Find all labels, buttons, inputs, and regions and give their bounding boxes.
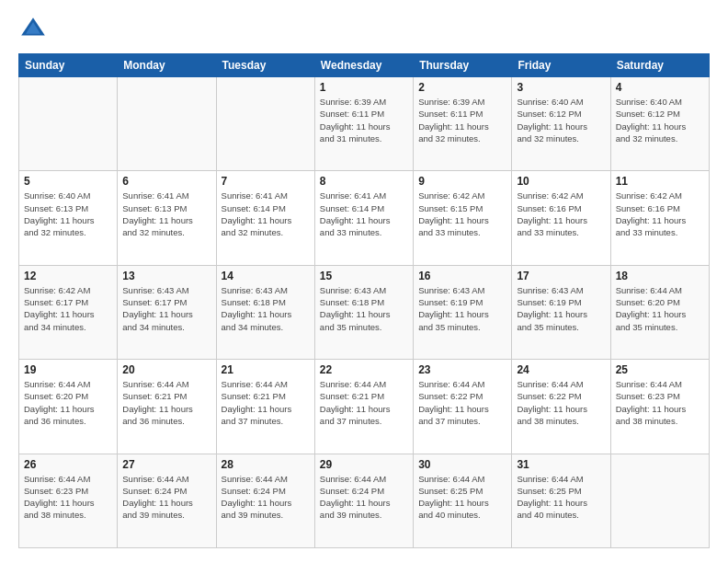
week-row-1: 5Sunrise: 6:40 AM Sunset: 6:13 PM Daylig… (19, 171, 710, 265)
day-number: 8 (320, 175, 408, 188)
calendar-cell: 4Sunrise: 6:40 AM Sunset: 6:12 PM Daylig… (610, 77, 709, 171)
weekday-header-friday: Friday (512, 54, 610, 77)
day-number: 19 (24, 363, 112, 376)
calendar-cell: 17Sunrise: 6:43 AM Sunset: 6:19 PM Dayli… (512, 265, 610, 359)
calendar-cell: 18Sunrise: 6:44 AM Sunset: 6:20 PM Dayli… (610, 265, 709, 359)
day-info: Sunrise: 6:41 AM Sunset: 6:13 PM Dayligh… (122, 190, 210, 238)
day-number: 20 (122, 363, 210, 376)
day-number: 9 (418, 175, 506, 188)
day-number: 7 (222, 175, 310, 188)
day-number: 27 (122, 458, 210, 471)
day-info: Sunrise: 6:44 AM Sunset: 6:24 PM Dayligh… (122, 473, 210, 522)
day-number: 31 (517, 458, 605, 471)
page: SundayMondayTuesdayWednesdayThursdayFrid… (0, 0, 728, 563)
day-info: Sunrise: 6:44 AM Sunset: 6:21 PM Dayligh… (320, 378, 408, 427)
day-number: 26 (24, 458, 112, 471)
day-info: Sunrise: 6:39 AM Sunset: 6:11 PM Dayligh… (320, 96, 408, 144)
calendar-cell: 3Sunrise: 6:40 AM Sunset: 6:12 PM Daylig… (512, 77, 610, 171)
calendar-cell: 28Sunrise: 6:44 AM Sunset: 6:24 PM Dayli… (216, 454, 314, 547)
day-info: Sunrise: 6:44 AM Sunset: 6:23 PM Dayligh… (616, 378, 704, 427)
day-info: Sunrise: 6:39 AM Sunset: 6:11 PM Dayligh… (418, 96, 506, 144)
day-info: Sunrise: 6:40 AM Sunset: 6:12 PM Dayligh… (517, 96, 605, 144)
calendar-cell: 1Sunrise: 6:39 AM Sunset: 6:11 PM Daylig… (314, 77, 413, 171)
calendar-cell: 29Sunrise: 6:44 AM Sunset: 6:24 PM Dayli… (314, 454, 413, 547)
day-number: 30 (418, 458, 506, 471)
day-info: Sunrise: 6:44 AM Sunset: 6:24 PM Dayligh… (320, 473, 408, 522)
weekday-header-tuesday: Tuesday (216, 54, 314, 77)
calendar-cell: 6Sunrise: 6:41 AM Sunset: 6:13 PM Daylig… (118, 171, 216, 265)
day-info: Sunrise: 6:43 AM Sunset: 6:19 PM Dayligh… (517, 284, 605, 333)
day-number: 28 (222, 458, 310, 471)
logo (18, 15, 51, 44)
calendar-cell: 13Sunrise: 6:43 AM Sunset: 6:17 PM Dayli… (118, 265, 216, 359)
weekday-header-sunday: Sunday (19, 54, 118, 77)
calendar-table: SundayMondayTuesdayWednesdayThursdayFrid… (18, 53, 710, 548)
day-info: Sunrise: 6:40 AM Sunset: 6:12 PM Dayligh… (616, 96, 704, 144)
day-info: Sunrise: 6:43 AM Sunset: 6:18 PM Dayligh… (222, 284, 310, 333)
day-info: Sunrise: 6:42 AM Sunset: 6:16 PM Dayligh… (616, 190, 704, 238)
day-number: 15 (320, 270, 408, 282)
calendar-cell: 5Sunrise: 6:40 AM Sunset: 6:13 PM Daylig… (19, 171, 118, 265)
day-number: 13 (122, 270, 210, 282)
calendar-cell: 27Sunrise: 6:44 AM Sunset: 6:24 PM Dayli… (118, 454, 216, 547)
day-info: Sunrise: 6:42 AM Sunset: 6:17 PM Dayligh… (24, 284, 112, 333)
day-info: Sunrise: 6:44 AM Sunset: 6:20 PM Dayligh… (616, 284, 704, 333)
calendar-cell: 30Sunrise: 6:44 AM Sunset: 6:25 PM Dayli… (414, 454, 512, 547)
day-info: Sunrise: 6:44 AM Sunset: 6:23 PM Dayligh… (24, 473, 112, 522)
calendar-cell: 16Sunrise: 6:43 AM Sunset: 6:19 PM Dayli… (414, 265, 512, 359)
day-number: 25 (616, 363, 704, 376)
day-info: Sunrise: 6:44 AM Sunset: 6:21 PM Dayligh… (222, 378, 310, 427)
day-number: 24 (517, 363, 605, 376)
calendar-cell: 25Sunrise: 6:44 AM Sunset: 6:23 PM Dayli… (610, 360, 709, 454)
day-number: 1 (320, 81, 408, 94)
weekday-header-wednesday: Wednesday (314, 54, 413, 77)
calendar-cell: 2Sunrise: 6:39 AM Sunset: 6:11 PM Daylig… (414, 77, 512, 171)
calendar-cell: 23Sunrise: 6:44 AM Sunset: 6:22 PM Dayli… (414, 360, 512, 454)
calendar-cell: 24Sunrise: 6:44 AM Sunset: 6:22 PM Dayli… (512, 360, 610, 454)
day-number: 11 (616, 175, 704, 188)
day-number: 10 (517, 175, 605, 188)
calendar-cell: 7Sunrise: 6:41 AM Sunset: 6:14 PM Daylig… (216, 171, 314, 265)
day-info: Sunrise: 6:41 AM Sunset: 6:14 PM Dayligh… (222, 190, 310, 238)
calendar-cell: 26Sunrise: 6:44 AM Sunset: 6:23 PM Dayli… (19, 454, 118, 547)
day-info: Sunrise: 6:44 AM Sunset: 6:22 PM Dayligh… (418, 378, 506, 427)
day-number: 16 (418, 270, 506, 282)
day-info: Sunrise: 6:43 AM Sunset: 6:17 PM Dayligh… (122, 284, 210, 333)
day-number: 14 (222, 270, 310, 282)
calendar-cell: 9Sunrise: 6:42 AM Sunset: 6:15 PM Daylig… (414, 171, 512, 265)
day-number: 22 (320, 363, 408, 376)
calendar-cell: 8Sunrise: 6:41 AM Sunset: 6:14 PM Daylig… (314, 171, 413, 265)
day-info: Sunrise: 6:44 AM Sunset: 6:21 PM Dayligh… (122, 378, 210, 427)
calendar-cell: 20Sunrise: 6:44 AM Sunset: 6:21 PM Dayli… (118, 360, 216, 454)
calendar-cell (19, 77, 118, 171)
week-row-2: 12Sunrise: 6:42 AM Sunset: 6:17 PM Dayli… (19, 265, 710, 359)
day-number: 21 (222, 363, 310, 376)
day-info: Sunrise: 6:44 AM Sunset: 6:25 PM Dayligh… (517, 473, 605, 522)
day-number: 12 (24, 270, 112, 282)
calendar-cell: 10Sunrise: 6:42 AM Sunset: 6:16 PM Dayli… (512, 171, 610, 265)
day-number: 6 (122, 175, 210, 188)
day-info: Sunrise: 6:41 AM Sunset: 6:14 PM Dayligh… (320, 190, 408, 238)
day-info: Sunrise: 6:42 AM Sunset: 6:16 PM Dayligh… (517, 190, 605, 238)
calendar-cell: 22Sunrise: 6:44 AM Sunset: 6:21 PM Dayli… (314, 360, 413, 454)
day-info: Sunrise: 6:44 AM Sunset: 6:25 PM Dayligh… (418, 473, 506, 522)
day-number: 3 (517, 81, 605, 94)
calendar-cell: 19Sunrise: 6:44 AM Sunset: 6:20 PM Dayli… (19, 360, 118, 454)
day-number: 23 (418, 363, 506, 376)
day-info: Sunrise: 6:44 AM Sunset: 6:24 PM Dayligh… (222, 473, 310, 522)
calendar-cell: 11Sunrise: 6:42 AM Sunset: 6:16 PM Dayli… (610, 171, 709, 265)
day-info: Sunrise: 6:43 AM Sunset: 6:19 PM Dayligh… (418, 284, 506, 333)
weekday-header-monday: Monday (118, 54, 216, 77)
day-info: Sunrise: 6:40 AM Sunset: 6:13 PM Dayligh… (24, 190, 112, 238)
calendar-cell (216, 77, 314, 171)
calendar-cell: 15Sunrise: 6:43 AM Sunset: 6:18 PM Dayli… (314, 265, 413, 359)
day-info: Sunrise: 6:44 AM Sunset: 6:22 PM Dayligh… (517, 378, 605, 427)
day-info: Sunrise: 6:43 AM Sunset: 6:18 PM Dayligh… (320, 284, 408, 333)
calendar-cell (610, 454, 709, 547)
day-info: Sunrise: 6:44 AM Sunset: 6:20 PM Dayligh… (24, 378, 112, 427)
day-number: 4 (616, 81, 704, 94)
day-number: 17 (517, 270, 605, 282)
header (18, 15, 710, 44)
day-info: Sunrise: 6:42 AM Sunset: 6:15 PM Dayligh… (418, 190, 506, 238)
calendar-cell: 21Sunrise: 6:44 AM Sunset: 6:21 PM Dayli… (216, 360, 314, 454)
